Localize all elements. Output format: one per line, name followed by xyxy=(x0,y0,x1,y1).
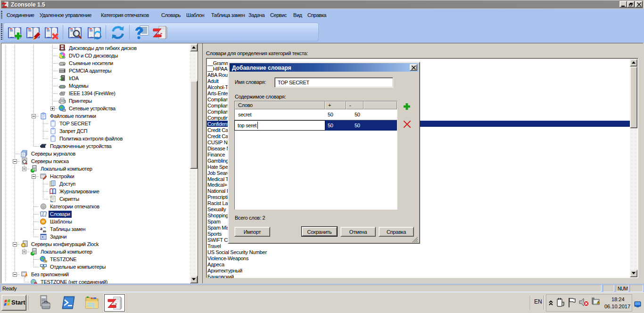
svg-text:a: a xyxy=(40,226,42,231)
svg-text:ю: ю xyxy=(43,229,46,233)
